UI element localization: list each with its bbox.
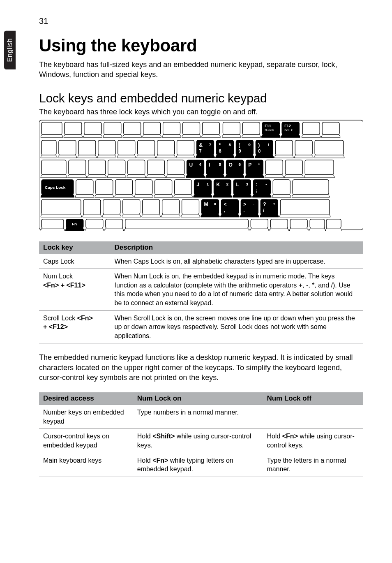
svg-rect-12 [242, 122, 260, 134]
svg-text:4: 4 [199, 162, 202, 167]
svg-text:O: O [228, 162, 232, 168]
svg-rect-121 [106, 219, 123, 228]
svg-rect-94 [293, 180, 329, 195]
svg-text:): ) [258, 142, 260, 148]
svg-text:P: P [248, 162, 251, 168]
access-cell: Hold <Fn> while using cursor-control key… [263, 429, 363, 453]
svg-rect-54 [128, 160, 145, 175]
page-title: Using the keyboard [39, 36, 363, 56]
svg-text:F12: F12 [284, 124, 291, 128]
svg-rect-53 [108, 160, 125, 175]
svg-text:7: 7 [209, 142, 211, 147]
svg-rect-50 [42, 160, 66, 175]
svg-text:9: 9 [248, 142, 251, 147]
access-cell [263, 405, 363, 429]
svg-text:3: 3 [246, 182, 248, 186]
svg-text:Scr Lk: Scr Lk [284, 129, 293, 132]
svg-rect-29 [157, 140, 175, 155]
svg-rect-2 [42, 122, 62, 134]
svg-rect-6 [124, 122, 141, 134]
svg-text:0: 0 [258, 148, 261, 153]
svg-text:9: 9 [238, 148, 241, 153]
svg-rect-51 [69, 160, 86, 175]
section-subtext: The keyboard has three lock keys which y… [39, 108, 363, 116]
svg-text:2: 2 [226, 182, 228, 186]
svg-rect-16 [322, 122, 339, 134]
access-cell: Number keys on embedded keypad [39, 405, 133, 429]
language-tab: English [4, 31, 16, 70]
svg-text:6: 6 [238, 162, 241, 167]
svg-rect-10 [202, 122, 219, 134]
access-cell: Type the letters in a normal manner. [263, 453, 363, 477]
svg-rect-127 [326, 219, 341, 228]
svg-rect-117 [42, 219, 64, 228]
lock-table-header-key: Lock key [39, 241, 111, 254]
lock-key-table: Lock key Description Caps LockWhen Caps … [39, 241, 363, 344]
svg-rect-27 [118, 140, 135, 155]
svg-rect-116 [280, 199, 330, 214]
svg-rect-25 [78, 140, 96, 155]
svg-text:1: 1 [206, 182, 209, 186]
svg-rect-7 [143, 122, 161, 134]
svg-rect-120 [86, 219, 103, 228]
svg-text:>: > [243, 201, 246, 207]
svg-rect-122 [125, 219, 249, 228]
svg-text:<: < [224, 201, 226, 207]
svg-rect-11 [223, 122, 240, 134]
section-heading: Lock keys and embedded numeric keypad [39, 91, 363, 105]
svg-text:;: ; [256, 188, 257, 193]
svg-text:&: & [199, 142, 203, 148]
svg-rect-93 [273, 180, 290, 195]
access-cell: Hold <Shift> while using cursor-control … [133, 429, 263, 453]
lock-table-cell-key: Scroll Lock <Fn> + <F12> [39, 310, 111, 343]
svg-text:L: L [236, 182, 239, 188]
svg-rect-8 [163, 122, 180, 134]
svg-text:0: 0 [214, 202, 216, 206]
svg-rect-123 [251, 219, 268, 228]
svg-rect-74 [76, 180, 93, 195]
svg-rect-95 [42, 199, 81, 214]
svg-text::: : [256, 182, 257, 188]
svg-text:Caps Lock: Caps Lock [45, 185, 66, 190]
access-header-3: Num Lock off [263, 392, 363, 405]
svg-text:/: / [263, 207, 264, 212]
svg-rect-55 [148, 160, 165, 175]
svg-rect-101 [182, 199, 199, 214]
svg-rect-56 [167, 160, 184, 175]
svg-text:*: * [258, 162, 260, 167]
access-cell: Type numbers in a normal manner. [133, 405, 263, 429]
svg-text:.: . [243, 207, 244, 212]
svg-rect-100 [162, 199, 180, 214]
svg-rect-124 [270, 219, 288, 228]
svg-text:8: 8 [228, 142, 231, 147]
svg-rect-77 [135, 180, 152, 195]
svg-rect-126 [310, 219, 325, 228]
svg-text:*: * [219, 142, 221, 148]
svg-rect-70 [285, 160, 302, 175]
lock-table-cell-desc: When Caps Lock is on, all alphabetic cha… [111, 254, 363, 269]
access-cell: Cursor-control keys on embedded keypad [39, 429, 133, 453]
access-cell: Hold <Fn> while typing letters on embedd… [133, 453, 263, 477]
svg-rect-4 [84, 122, 101, 134]
access-header-2: Num Lock on [133, 392, 263, 405]
svg-rect-30 [177, 140, 194, 155]
svg-text:NumLk: NumLk [265, 129, 274, 132]
svg-text:8: 8 [219, 148, 221, 153]
svg-rect-78 [155, 180, 172, 195]
intro-paragraph: The keyboard has full-sized keys and an … [39, 60, 363, 80]
svg-rect-47 [275, 140, 293, 155]
svg-text:U: U [189, 162, 193, 168]
svg-text:K: K [216, 182, 220, 188]
svg-text:?: ? [263, 201, 266, 207]
svg-rect-15 [302, 122, 320, 134]
svg-rect-23 [42, 140, 56, 155]
svg-rect-49 [315, 140, 344, 155]
svg-text:.: . [253, 202, 254, 206]
svg-text:J: J [197, 182, 200, 188]
svg-rect-79 [175, 180, 192, 195]
svg-text:5: 5 [219, 162, 221, 167]
svg-text:,: , [224, 207, 225, 212]
lock-table-header-desc: Description [111, 241, 363, 254]
svg-rect-71 [305, 160, 334, 175]
svg-rect-69 [265, 160, 283, 175]
